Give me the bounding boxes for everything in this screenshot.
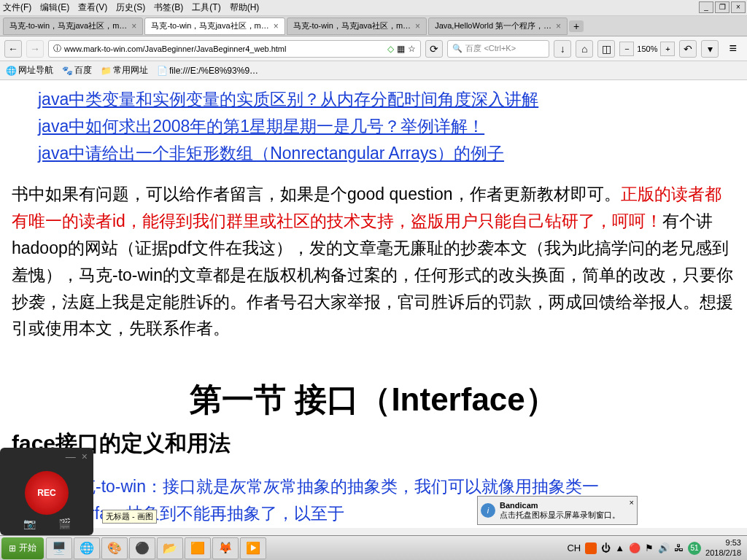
- bandicam-notification[interactable]: i Bandicam 点击托盘图标显示屏幕录制窗口。 ×: [477, 496, 638, 525]
- url-toolbar: ← → ⓘ www.mark-to-win.com/JavaBeginner/J…: [0, 36, 747, 61]
- bookmarks-bar: 🌐网址导航 🐾百度 📁常用网址 📄file:///E:/%E8%93%9…: [0, 61, 747, 80]
- close-icon[interactable]: ×: [274, 21, 279, 31]
- menu-file[interactable]: 文件(F): [3, 1, 31, 14]
- notification-message: 点击托盘图标显示屏幕录制窗口。: [500, 510, 620, 521]
- task-icon[interactable]: 🟧: [185, 537, 211, 559]
- tray-num-icon[interactable]: 51: [688, 542, 701, 555]
- globe-icon: 🌐: [6, 66, 16, 76]
- zoom-level: 150%: [637, 44, 657, 53]
- bookmark-star-icon[interactable]: ☆: [408, 44, 416, 54]
- reload-button[interactable]: ⟳: [425, 40, 443, 58]
- close-icon[interactable]: ×: [131, 21, 136, 31]
- zoom-out-button[interactable]: −: [619, 42, 634, 56]
- url-text: www.mark-to-win.com/JavaBeginner/JavaBeg…: [64, 44, 384, 53]
- url-input[interactable]: ⓘ www.mark-to-win.com/JavaBeginner/JavaB…: [48, 40, 421, 58]
- search-input[interactable]: 🔍百度 <Ctrl+K>: [447, 40, 549, 58]
- menu-bookmarks[interactable]: 书签(B): [154, 1, 183, 14]
- close-icon[interactable]: ×: [82, 451, 88, 462]
- home-button[interactable]: ⌂: [576, 40, 593, 58]
- close-icon[interactable]: ×: [415, 21, 420, 31]
- tab-0[interactable]: 马克-to-win，马克java社区，m…×: [3, 18, 143, 35]
- sidebar-button[interactable]: ◫: [597, 40, 615, 58]
- page-icon: 📄: [157, 66, 167, 76]
- close-icon[interactable]: ×: [556, 21, 561, 31]
- task-icon[interactable]: 🦊: [212, 537, 239, 559]
- section-heading: 第一节 接口（Interface）: [12, 378, 735, 421]
- minimize-icon[interactable]: —: [66, 451, 76, 462]
- restore-button[interactable]: ❐: [715, 1, 729, 13]
- menu-help[interactable]: 帮助(H): [230, 1, 260, 14]
- dropdown-button[interactable]: ▾: [701, 40, 719, 58]
- tab-3[interactable]: Java,HelloWorld 第一个程序，…×: [428, 18, 568, 35]
- tab-bar: 马克-to-win，马克java社区，m…× 马克-to-win，马克java社…: [0, 16, 747, 36]
- start-button[interactable]: ⊞开始: [1, 537, 44, 559]
- download-button[interactable]: ↓: [554, 40, 571, 58]
- tab-1[interactable]: 马克-to-win，马克java社区，m…×: [144, 18, 285, 35]
- paragraph: 书中如果有问题，可以给作者留言，如果是个good question，作者更新教材…: [12, 181, 735, 342]
- system-tray: CH ⏻ ▲ 🔴 ⚑ 🔊 🖧 51 9:53 2018/2/18: [561, 538, 747, 557]
- task-icon[interactable]: ⚫: [129, 537, 155, 559]
- shield-icon[interactable]: ◇: [387, 44, 394, 54]
- recorder-widget[interactable]: — × REC 📷 🎬: [0, 448, 93, 535]
- page-content[interactable]: java中类变量和实例变量的实质区别？从内存分配时间角度深入讲解 java中如何…: [0, 80, 747, 528]
- tooltip: 无标题 - 画图: [102, 510, 157, 524]
- menu-edit[interactable]: 编辑(E): [40, 1, 69, 14]
- close-button[interactable]: ×: [731, 1, 746, 13]
- undo-tab-button[interactable]: ↶: [679, 40, 697, 58]
- task-icon[interactable]: 📂: [157, 537, 183, 559]
- task-icon[interactable]: ▶️: [240, 537, 266, 559]
- menu-view[interactable]: 查看(V): [78, 1, 107, 14]
- notification-title: Bandicam: [500, 501, 620, 510]
- folder-icon: 📁: [101, 66, 111, 76]
- task-icon[interactable]: 🎨: [101, 537, 128, 559]
- video-icon[interactable]: 🎬: [58, 518, 71, 529]
- flag-icon[interactable]: ⚑: [645, 542, 654, 553]
- bookmark-baidu[interactable]: 🐾百度: [62, 64, 92, 77]
- bookmark-nav[interactable]: 🌐网址导航: [6, 64, 53, 77]
- content-link[interactable]: java中请给出一个非矩形数组（Nonrectangular Arrays）的例…: [38, 140, 735, 167]
- tab-2[interactable]: 马克-to-win，马克java社区，m…×: [287, 18, 427, 35]
- bookmark-file[interactable]: 📄file:///E:/%E8%93%9…: [157, 66, 258, 76]
- new-tab-button[interactable]: +: [569, 20, 584, 32]
- record-button[interactable]: REC: [25, 471, 69, 515]
- reader-icon[interactable]: ▦: [397, 44, 405, 54]
- tray-icon[interactable]: ⏻: [601, 542, 611, 553]
- hamburger-menu-button[interactable]: ≡: [723, 41, 743, 56]
- content-link[interactable]: java中如何求出2008年的第1星期星期一是几号？举例详解！: [38, 113, 735, 140]
- zoom-in-button[interactable]: +: [660, 42, 675, 56]
- clock[interactable]: 9:53 2018/2/18: [705, 538, 741, 557]
- tray-icon[interactable]: ▲: [615, 542, 624, 553]
- windows-icon: ⊞: [9, 543, 16, 553]
- volume-icon[interactable]: 🔊: [658, 542, 670, 553]
- baidu-icon: 🐾: [62, 66, 72, 76]
- ime-indicator[interactable]: CH: [567, 542, 581, 553]
- info-icon[interactable]: ⓘ: [53, 43, 61, 54]
- minimize-button[interactable]: _: [699, 1, 713, 13]
- menubar: 文件(F) 编辑(E) 查看(V) 历史(S) 书签(B) 工具(T) 帮助(H…: [0, 0, 747, 16]
- taskbar: ⊞开始 🖥️ 🌐 🎨 ⚫ 📂 🟧 🦊 ▶️ CH ⏻ ▲ 🔴 ⚑ 🔊 🖧 51 …: [0, 535, 747, 560]
- tray-bandicam-icon[interactable]: 🔴: [629, 542, 640, 553]
- menu-history[interactable]: 历史(S): [116, 1, 145, 14]
- camera-icon[interactable]: 📷: [23, 518, 36, 529]
- bookmark-common[interactable]: 📁常用网址: [101, 64, 148, 77]
- sub-heading: face接口的定义和用法: [12, 429, 735, 459]
- task-icon[interactable]: 🖥️: [46, 537, 72, 559]
- content-link[interactable]: java中类变量和实例变量的实质区别？从内存分配时间角度深入讲解: [38, 86, 735, 113]
- network-icon[interactable]: 🖧: [674, 542, 684, 553]
- task-icon[interactable]: 🌐: [74, 537, 100, 559]
- menu-tools[interactable]: 工具(T): [192, 1, 220, 14]
- back-button[interactable]: ←: [4, 40, 22, 58]
- tray-icon[interactable]: [585, 542, 597, 554]
- info-icon: i: [481, 503, 495, 518]
- close-icon[interactable]: ×: [630, 498, 634, 507]
- forward-button[interactable]: →: [26, 40, 44, 58]
